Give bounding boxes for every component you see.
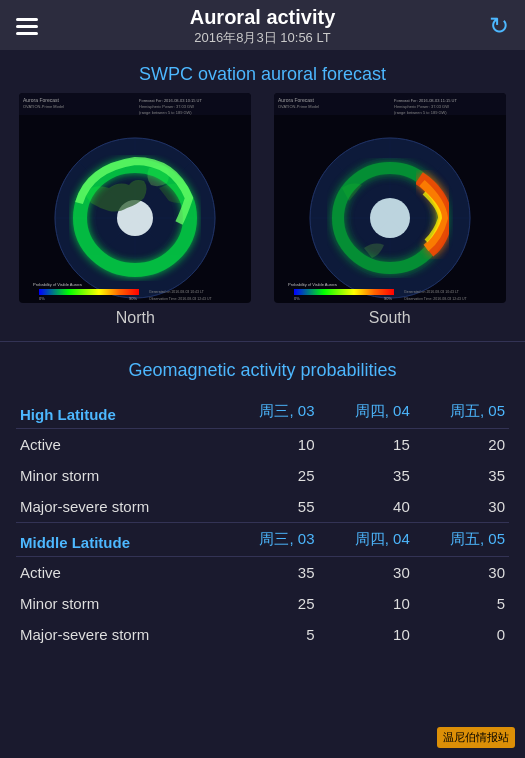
svg-rect-18 [39, 289, 139, 295]
ml-active-v1: 35 [223, 557, 318, 589]
refresh-button[interactable]: ↻ [489, 12, 509, 40]
svg-text:Aurora Forecast: Aurora Forecast [278, 97, 314, 103]
ml-minor-v1: 25 [223, 588, 318, 619]
svg-text:90%: 90% [129, 296, 137, 301]
table-row: Major-severe storm 5 10 0 [16, 619, 509, 650]
hl-minor-v3: 35 [414, 460, 509, 491]
aurora-section: SWPC ovation auroral forecast Aurora For… [0, 50, 525, 341]
hl-major-v1: 55 [223, 491, 318, 523]
high-latitude-label: High Latitude [16, 395, 223, 429]
hl-minor-v2: 35 [319, 460, 414, 491]
hl-major-label: Major-severe storm [16, 491, 223, 523]
aurora-north-map[interactable]: Aurora Forecast OVATION-Prime Model Fore… [19, 93, 251, 303]
hl-active-v3: 20 [414, 429, 509, 461]
svg-point-40 [370, 198, 410, 238]
high-lat-col3: 周五, 05 [414, 395, 509, 429]
svg-text:Hemispheric Power: 37.03 GW: Hemispheric Power: 37.03 GW [394, 104, 449, 109]
table-row: Active 10 15 20 [16, 429, 509, 461]
svg-text:Generated on 2016-08-03 10:43 : Generated on 2016-08-03 10:43 LT [149, 290, 205, 294]
table-row: Minor storm 25 35 35 [16, 460, 509, 491]
svg-text:(range between 5 to 189 GW): (range between 5 to 189 GW) [139, 110, 192, 115]
aurora-south-container: Aurora Forecast OVATION-Prime Model Fore… [270, 93, 510, 327]
svg-text:OVATION-Prime Model: OVATION-Prime Model [23, 104, 64, 109]
geo-section: Geomagnetic activity probabilities High … [0, 342, 525, 670]
hl-active-v2: 15 [319, 429, 414, 461]
header-center: Auroral activity 2016年8月3日 10:56 LT [190, 6, 336, 47]
hl-major-v2: 40 [319, 491, 414, 523]
app-header: Auroral activity 2016年8月3日 10:56 LT ↻ [0, 0, 525, 50]
north-label: North [116, 309, 155, 327]
svg-text:OVATION-Prime Model: OVATION-Prime Model [278, 104, 319, 109]
svg-text:0%: 0% [294, 296, 300, 301]
svg-text:Probability of Visible Aurora: Probability of Visible Aurora [288, 282, 338, 287]
mid-lat-col1: 周三, 03 [223, 523, 318, 557]
svg-rect-42 [294, 289, 394, 295]
header-datetime: 2016年8月3日 10:56 LT [190, 29, 336, 47]
menu-button[interactable] [16, 18, 38, 35]
svg-text:(range between 5 to 189 GW): (range between 5 to 189 GW) [394, 110, 447, 115]
aurora-maps-container: Aurora Forecast OVATION-Prime Model Fore… [0, 93, 525, 331]
svg-text:Observation Time: 2016-08-03 1: Observation Time: 2016-08-03 12:43 UT [149, 297, 213, 301]
ml-major-v2: 10 [319, 619, 414, 650]
south-label: South [369, 309, 411, 327]
ml-major-v1: 5 [223, 619, 318, 650]
high-lat-col1: 周三, 03 [223, 395, 318, 429]
svg-text:Forecast For: 2016-08-03 11:15: Forecast For: 2016-08-03 11:15 UT [394, 98, 457, 103]
table-row: Minor storm 25 10 5 [16, 588, 509, 619]
ml-major-v3: 0 [414, 619, 509, 650]
mid-lat-col3: 周五, 05 [414, 523, 509, 557]
ml-active-v3: 30 [414, 557, 509, 589]
svg-text:Aurora Forecast: Aurora Forecast [23, 97, 59, 103]
aurora-north-container: Aurora Forecast OVATION-Prime Model Fore… [15, 93, 255, 327]
mid-lat-col2: 周四, 04 [319, 523, 414, 557]
svg-text:Probability of Visible Aurora: Probability of Visible Aurora [33, 282, 83, 287]
aurora-south-map[interactable]: Aurora Forecast OVATION-Prime Model Fore… [274, 93, 506, 303]
watermark: 温尼伯情报站 [437, 727, 515, 748]
svg-text:Generated on 2016-08-03 10:43 : Generated on 2016-08-03 10:43 LT [404, 290, 460, 294]
svg-text:Observation Time: 2016-08-03 1: Observation Time: 2016-08-03 12:43 UT [404, 297, 468, 301]
ml-minor-v2: 10 [319, 588, 414, 619]
hl-minor-v1: 25 [223, 460, 318, 491]
probability-table: High Latitude 周三, 03 周四, 04 周五, 05 Activ… [16, 395, 509, 650]
ml-major-label: Major-severe storm [16, 619, 223, 650]
svg-text:0%: 0% [39, 296, 45, 301]
svg-text:Forecast For: 2016-08-03 10:15: Forecast For: 2016-08-03 10:15 UT [139, 98, 202, 103]
table-row: Active 35 30 30 [16, 557, 509, 589]
ml-minor-v3: 5 [414, 588, 509, 619]
ml-minor-label: Minor storm [16, 588, 223, 619]
page-title: Auroral activity [190, 6, 336, 29]
high-latitude-header-row: High Latitude 周三, 03 周四, 04 周五, 05 [16, 395, 509, 429]
svg-text:90%: 90% [384, 296, 392, 301]
middle-latitude-header-row: Middle Latitude 周三, 03 周四, 04 周五, 05 [16, 523, 509, 557]
high-lat-col2: 周四, 04 [319, 395, 414, 429]
ml-active-label: Active [16, 557, 223, 589]
ml-active-v2: 30 [319, 557, 414, 589]
aurora-section-title: SWPC ovation auroral forecast [0, 50, 525, 93]
svg-text:Hemispheric Power: 37.03 GW: Hemispheric Power: 37.03 GW [139, 104, 194, 109]
hl-minor-label: Minor storm [16, 460, 223, 491]
geo-section-title: Geomagnetic activity probabilities [16, 342, 509, 395]
middle-latitude-label: Middle Latitude [16, 523, 223, 557]
hl-active-label: Active [16, 429, 223, 461]
hl-active-v1: 10 [223, 429, 318, 461]
table-row: Major-severe storm 55 40 30 [16, 491, 509, 523]
hl-major-v3: 30 [414, 491, 509, 523]
